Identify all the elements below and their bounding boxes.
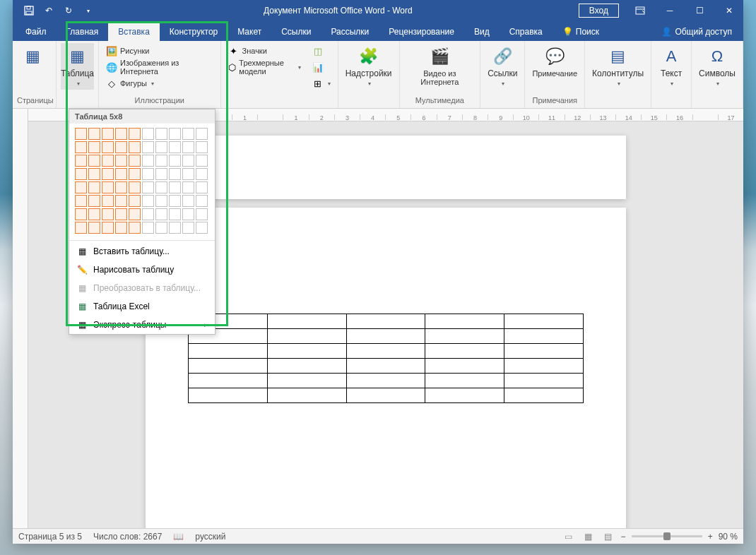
- grid-cell[interactable]: [196, 195, 208, 207]
- grid-cell[interactable]: [142, 208, 154, 220]
- grid-cell[interactable]: [155, 128, 167, 140]
- web-layout-icon[interactable]: ▤: [601, 531, 615, 542]
- grid-cell[interactable]: [169, 155, 181, 167]
- vertical-ruler[interactable]: [13, 109, 28, 528]
- header-footer-button[interactable]: ▤Колонтитулы▾: [589, 43, 646, 90]
- grid-cell[interactable]: [115, 168, 127, 180]
- grid-cell[interactable]: [88, 128, 100, 140]
- page[interactable]: [146, 208, 626, 528]
- excel-table-item[interactable]: ▦Таблица Excel: [69, 297, 215, 316]
- pictures-button[interactable]: 🖼️Рисунки: [103, 43, 216, 59]
- grid-cell[interactable]: [129, 208, 141, 220]
- tab-layout[interactable]: Макет: [228, 23, 271, 41]
- tab-home[interactable]: Главная: [57, 23, 109, 41]
- grid-cell[interactable]: [115, 208, 127, 220]
- grid-cell[interactable]: [182, 208, 194, 220]
- grid-cell[interactable]: [155, 168, 167, 180]
- grid-cell[interactable]: [169, 208, 181, 220]
- login-button[interactable]: Вход: [579, 4, 619, 18]
- table-button[interactable]: ▦Таблица▾: [61, 43, 94, 90]
- maximize-icon[interactable]: ☐: [685, 0, 714, 21]
- grid-cell[interactable]: [115, 222, 127, 234]
- shapes-button[interactable]: ◇Фигуры▾: [103, 76, 216, 91]
- grid-cell[interactable]: [182, 181, 194, 193]
- grid-cell[interactable]: [182, 168, 194, 180]
- grid-cell[interactable]: [142, 181, 154, 193]
- grid-cell[interactable]: [88, 168, 100, 180]
- grid-cell[interactable]: [196, 128, 208, 140]
- grid-cell[interactable]: [75, 141, 87, 153]
- grid-cell[interactable]: [169, 195, 181, 207]
- online-video-button[interactable]: 🎬Видео из Интернета: [404, 43, 476, 88]
- comment-button[interactable]: 💬Примечание: [529, 43, 580, 80]
- undo-icon[interactable]: ↶: [40, 1, 58, 20]
- grid-cell[interactable]: [169, 222, 181, 234]
- grid-cell[interactable]: [129, 155, 141, 167]
- grid-cell[interactable]: [75, 222, 87, 234]
- grid-cell[interactable]: [102, 208, 114, 220]
- grid-cell[interactable]: [182, 195, 194, 207]
- grid-cell[interactable]: [75, 168, 87, 180]
- redo-icon[interactable]: ↻: [59, 1, 78, 20]
- smartart-button[interactable]: ◫: [309, 43, 333, 59]
- zoom-out-button[interactable]: −: [621, 532, 626, 542]
- grid-cell[interactable]: [88, 181, 100, 193]
- grid-cell[interactable]: [88, 222, 100, 234]
- table-grid-picker[interactable]: [69, 124, 215, 239]
- document-table[interactable]: [188, 314, 584, 403]
- grid-cell[interactable]: [115, 181, 127, 193]
- page-count[interactable]: Страница 5 из 5: [18, 532, 82, 542]
- grid-cell[interactable]: [88, 141, 100, 153]
- grid-cell[interactable]: [75, 128, 87, 140]
- grid-cell[interactable]: [155, 155, 167, 167]
- grid-cell[interactable]: [142, 195, 154, 207]
- grid-cell[interactable]: [129, 141, 141, 153]
- close-icon[interactable]: ✕: [715, 0, 743, 21]
- spell-check-icon[interactable]: 📖: [173, 532, 184, 542]
- pages-button[interactable]: ▦: [17, 43, 48, 70]
- tab-design[interactable]: Конструктор: [160, 23, 228, 41]
- tab-search[interactable]: 💡Поиск: [553, 23, 609, 41]
- print-layout-icon[interactable]: ▦: [581, 531, 596, 542]
- zoom-in-button[interactable]: +: [708, 532, 713, 542]
- grid-cell[interactable]: [142, 155, 154, 167]
- tab-view[interactable]: Вид: [464, 23, 500, 41]
- screenshot-button[interactable]: ⊞▾: [309, 76, 333, 91]
- grid-cell[interactable]: [129, 181, 141, 193]
- grid-cell[interactable]: [88, 195, 100, 207]
- grid-cell[interactable]: [129, 168, 141, 180]
- grid-cell[interactable]: [115, 128, 127, 140]
- grid-cell[interactable]: [88, 208, 100, 220]
- grid-cell[interactable]: [196, 208, 208, 220]
- grid-cell[interactable]: [196, 222, 208, 234]
- tab-review[interactable]: Рецензирование: [379, 23, 464, 41]
- grid-cell[interactable]: [129, 128, 141, 140]
- addins-button[interactable]: 🧩Надстройки▾: [343, 43, 395, 90]
- grid-cell[interactable]: [142, 128, 154, 140]
- grid-cell[interactable]: [196, 155, 208, 167]
- ribbon-options-icon[interactable]: [626, 0, 654, 21]
- grid-cell[interactable]: [102, 195, 114, 207]
- tab-help[interactable]: Справка: [500, 23, 553, 41]
- grid-cell[interactable]: [169, 128, 181, 140]
- text-button[interactable]: AТекст▾: [656, 43, 687, 90]
- grid-cell[interactable]: [102, 155, 114, 167]
- grid-cell[interactable]: [102, 168, 114, 180]
- zoom-level[interactable]: 90 %: [719, 532, 738, 542]
- minimize-icon[interactable]: ─: [656, 0, 684, 21]
- grid-cell[interactable]: [155, 141, 167, 153]
- grid-cell[interactable]: [182, 128, 194, 140]
- grid-cell[interactable]: [75, 181, 87, 193]
- links-button[interactable]: 🔗Ссылки▾: [485, 43, 520, 90]
- grid-cell[interactable]: [182, 222, 194, 234]
- grid-cell[interactable]: [169, 168, 181, 180]
- grid-cell[interactable]: [155, 195, 167, 207]
- chart-button[interactable]: 📊: [309, 59, 333, 75]
- qat-more-icon[interactable]: ▾: [79, 1, 98, 20]
- grid-cell[interactable]: [88, 155, 100, 167]
- language[interactable]: русский: [195, 532, 225, 542]
- share-button[interactable]: 👤Общий доступ: [653, 23, 740, 41]
- grid-cell[interactable]: [182, 155, 194, 167]
- grid-cell[interactable]: [102, 128, 114, 140]
- 3d-models-button[interactable]: ⬡Трехмерные модели▾: [225, 59, 304, 75]
